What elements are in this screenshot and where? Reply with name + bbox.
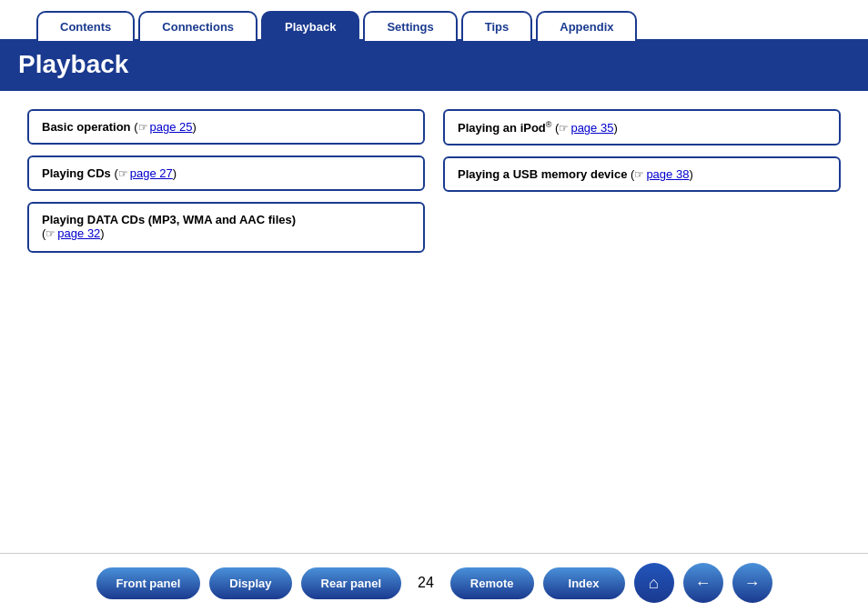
- ref-icon-basic: ☞: [138, 121, 148, 134]
- playing-ipod-link[interactable]: page 35: [570, 121, 613, 135]
- page-title: Playback: [18, 50, 850, 79]
- forward-button[interactable]: →: [732, 563, 772, 603]
- front-panel-button[interactable]: Front panel: [96, 567, 201, 599]
- index-button[interactable]: Index: [543, 567, 625, 599]
- top-navigation: Contents Connections Playback Settings T…: [0, 0, 868, 39]
- tab-tips[interactable]: Tips: [461, 11, 533, 41]
- remote-button[interactable]: Remote: [450, 567, 534, 599]
- left-column: Basic operation (☞page 25) Playing CDs (…: [27, 109, 425, 253]
- display-button[interactable]: Display: [209, 567, 291, 599]
- playing-cds-box[interactable]: Playing CDs (☞page 27): [27, 156, 425, 191]
- playing-data-cds-box[interactable]: Playing DATA CDs (MP3, WMA and AAC files…: [27, 202, 425, 253]
- page-title-bar: Playback: [0, 39, 868, 91]
- bottom-navigation: Front panel Display Rear panel 24 Remote…: [0, 553, 868, 612]
- rear-panel-button[interactable]: Rear panel: [301, 567, 401, 599]
- ref-icon-cds: ☞: [118, 167, 128, 180]
- tab-settings[interactable]: Settings: [363, 11, 457, 41]
- basic-operation-box[interactable]: Basic operation (☞page 25): [27, 109, 425, 145]
- playing-data-cds-label: Playing DATA CDs (MP3, WMA and AAC files…: [42, 213, 296, 226]
- playing-usb-label: Playing a USB memory device: [458, 167, 627, 181]
- playing-usb-box[interactable]: Playing a USB memory device (☞page 38): [443, 156, 841, 192]
- playing-data-cds-link[interactable]: page 32: [57, 226, 100, 240]
- playing-cds-label: Playing CDs: [42, 166, 111, 180]
- tab-appendix[interactable]: Appendix: [536, 11, 637, 41]
- tab-playback[interactable]: Playback: [261, 11, 359, 41]
- playing-cds-link[interactable]: page 27: [130, 166, 173, 180]
- ref-icon-ipod: ☞: [559, 122, 569, 135]
- playing-ipod-label: Playing an iPod: [458, 121, 546, 135]
- page-number: 24: [418, 575, 434, 591]
- main-content: Basic operation (☞page 25) Playing CDs (…: [0, 91, 868, 271]
- basic-operation-link[interactable]: page 25: [150, 120, 193, 134]
- basic-operation-label: Basic operation: [42, 120, 131, 134]
- tab-connections[interactable]: Connections: [138, 11, 257, 41]
- ref-icon-data-cds: ☞: [45, 227, 56, 240]
- ipod-superscript: ®: [546, 120, 552, 129]
- tab-contents[interactable]: Contents: [36, 11, 135, 41]
- back-button[interactable]: ←: [683, 563, 723, 603]
- playing-usb-link[interactable]: page 38: [646, 167, 689, 181]
- playing-ipod-box[interactable]: Playing an iPod® (☞page 35): [443, 109, 841, 145]
- right-column: Playing an iPod® (☞page 35) Playing a US…: [443, 109, 841, 253]
- ref-icon-usb: ☞: [634, 168, 644, 181]
- home-button[interactable]: ⌂: [634, 563, 674, 603]
